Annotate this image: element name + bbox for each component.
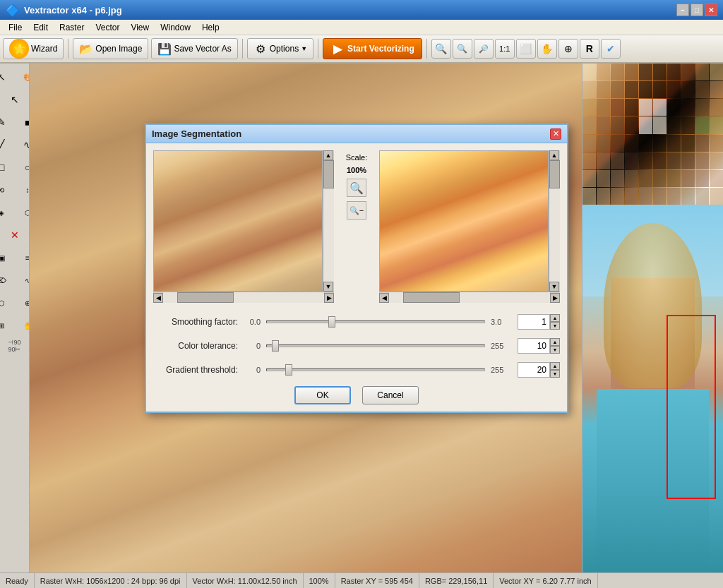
gradient-value[interactable]: 20: [518, 362, 550, 378]
hscroll-track-original: [163, 292, 324, 303]
smoothing-spin-up[interactable]: ▲: [550, 314, 560, 322]
gradient-spin-down[interactable]: ▼: [550, 370, 560, 378]
scroll-left-vectorized[interactable]: ◀: [379, 293, 389, 303]
original-image-panel: [153, 150, 323, 292]
ok-button[interactable]: OK: [294, 386, 351, 404]
smoothing-value[interactable]: 1: [518, 314, 550, 330]
color-value[interactable]: 10: [518, 338, 550, 354]
cancel-button[interactable]: Cancel: [362, 386, 419, 404]
dialog-body: ▲ ▼ ◀ ▶: [146, 143, 567, 412]
gradient-min: 0: [244, 366, 261, 374]
color-max: 255: [491, 342, 512, 350]
gradient-value-box: 20 ▲ ▼: [518, 362, 560, 378]
smoothing-min: 0.0: [244, 318, 261, 326]
zoom-in-icon: 🔍: [349, 181, 364, 195]
original-face-image: [154, 151, 322, 291]
scroll-up-original[interactable]: ▲: [323, 150, 333, 160]
color-spin-down[interactable]: ▼: [550, 346, 560, 354]
scale-label: Scale:: [346, 153, 368, 162]
color-slider[interactable]: [266, 344, 485, 347]
hscroll-thumb-original[interactable]: [177, 292, 234, 303]
gradient-slider[interactable]: [266, 368, 485, 371]
zoom-out-icon: 🔍−: [349, 206, 364, 215]
smoothing-thumb[interactable]: [328, 316, 335, 328]
smoothing-spinners: ▲ ▼: [550, 314, 560, 330]
vectorized-image-panel: [379, 150, 549, 292]
scale-controls: Scale: 100% 🔍 🔍−: [340, 150, 374, 303]
hscroll-thumb-vectorized[interactable]: [403, 292, 460, 303]
scroll-thumb-original[interactable]: [323, 160, 334, 188]
gradient-thumb[interactable]: [285, 364, 292, 376]
zoom-in-dialog-button[interactable]: 🔍: [347, 179, 366, 197]
gradient-spin-up[interactable]: ▲: [550, 362, 560, 370]
gradient-label: Gradient threshold:: [153, 365, 238, 375]
color-spin-up[interactable]: ▲: [550, 338, 560, 346]
dialog-title-bar: Image Segmentation ✕: [146, 125, 567, 143]
hscroll-vectorized: ◀ ▶: [379, 292, 560, 303]
scroll-down-vectorized[interactable]: ▼: [549, 282, 559, 292]
color-spinners: ▲ ▼: [550, 338, 560, 354]
scroll-down-original[interactable]: ▼: [323, 282, 333, 292]
original-image-wrapper: ▲ ▼ ◀ ▶: [153, 150, 334, 303]
color-value-box: 10 ▲ ▼: [518, 338, 560, 354]
dialog-buttons: OK Cancel: [153, 386, 560, 404]
color-thumb[interactable]: [272, 340, 279, 352]
gradient-threshold-row: Gradient threshold: 0 255 20 ▲ ▼: [153, 362, 560, 378]
image-segmentation-dialog: Image Segmentation ✕ ▲: [145, 124, 568, 413]
modal-overlay: Image Segmentation ✕ ▲: [0, 0, 723, 588]
scale-value: 100%: [347, 166, 366, 174]
vectorized-face-image: [380, 151, 548, 291]
smoothing-row: Smoothing factor: 0.0 3.0 1 ▲ ▼: [153, 314, 560, 330]
smoothing-max: 3.0: [491, 318, 512, 326]
smoothing-label: Smoothing factor:: [153, 317, 238, 327]
color-tolerance-row: Color tolerance: 0 255 10 ▲ ▼: [153, 338, 560, 354]
smoothing-value-box: 1 ▲ ▼: [518, 314, 560, 330]
color-label: Color tolerance:: [153, 341, 238, 351]
hscroll-original: ◀ ▶: [153, 292, 334, 303]
color-min: 0: [244, 342, 261, 350]
scroll-track-original: [323, 160, 334, 282]
gradient-max: 255: [491, 366, 512, 374]
scroll-thumb-vectorized[interactable]: [549, 160, 560, 188]
smoothing-spin-down[interactable]: ▼: [550, 322, 560, 330]
image-panels-row: ▲ ▼ ◀ ▶: [153, 150, 560, 303]
zoom-out-dialog-button[interactable]: 🔍−: [347, 201, 366, 220]
dialog-title: Image Segmentation: [152, 128, 241, 139]
scroll-right-original[interactable]: ▶: [324, 293, 334, 303]
hscroll-track-vectorized: [389, 292, 550, 303]
scroll-right-vectorized[interactable]: ▶: [550, 293, 560, 303]
smoothing-slider[interactable]: [266, 320, 485, 323]
scroll-up-vectorized[interactable]: ▲: [549, 150, 559, 160]
scroll-track-vectorized: [549, 160, 560, 282]
dialog-close-button[interactable]: ✕: [550, 128, 561, 140]
gradient-spinners: ▲ ▼: [550, 362, 560, 378]
scroll-left-original[interactable]: ◀: [153, 293, 163, 303]
vectorized-image-wrapper: ▲ ▼ ◀ ▶: [379, 150, 560, 303]
